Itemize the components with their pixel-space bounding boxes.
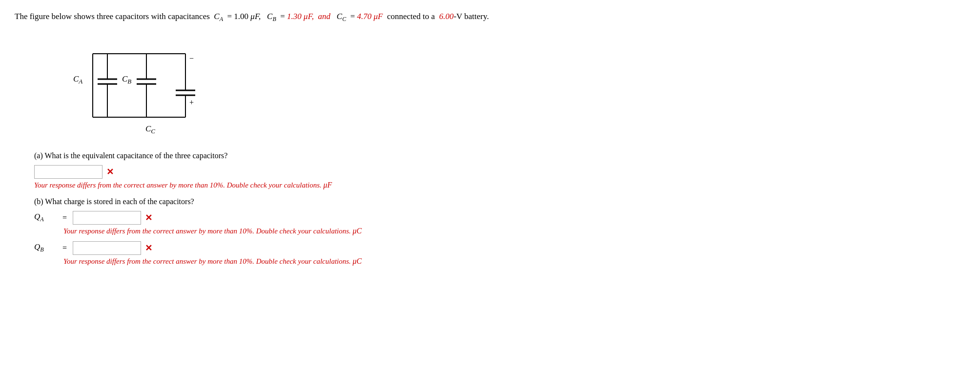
qb-x-mark: ✕	[145, 243, 152, 253]
cb-value: 1.30	[287, 12, 302, 21]
circuit-cc-label: CC	[145, 124, 155, 135]
problem-statement: The figure below shows three capacitors …	[15, 10, 965, 24]
qa-x-mark: ✕	[145, 212, 152, 223]
intro-text: The figure below shows three capacitors …	[15, 12, 210, 21]
circuit-diagram: CA CB CC	[54, 34, 210, 142]
cc-label: CC	[337, 12, 346, 21]
qa-input[interactable]	[73, 211, 141, 225]
battery-value: 6.00	[439, 12, 454, 21]
part-b-section: (b) What charge is stored in each of the…	[34, 197, 965, 266]
qa-input-row: QA = ✕	[34, 211, 965, 225]
part-a-input-row: ✕	[34, 165, 965, 179]
circuit-ca-label: CA	[73, 74, 82, 85]
cb-unit: μF, and	[304, 12, 330, 21]
qb-error: Your response differs from the correct a…	[63, 257, 965, 266]
battery-unit: -V battery.	[453, 12, 489, 21]
ca-value: 1.00	[234, 12, 248, 21]
part-a-x-mark: ✕	[106, 167, 114, 177]
svg-text:+: +	[189, 98, 194, 106]
cc-value: 4.70	[357, 12, 372, 21]
cc-unit: μF	[374, 12, 383, 21]
qb-input[interactable]	[73, 241, 141, 255]
ca-unit: μF,	[250, 12, 261, 21]
part-a-input[interactable]	[34, 165, 102, 179]
circuit-svg: − +	[54, 34, 210, 142]
qb-equals: =	[62, 244, 67, 252]
qb-label: QB	[34, 242, 59, 253]
ca-label: CA	[214, 12, 223, 21]
part-a-question: (a) What is the equivalent capacitance o…	[34, 151, 965, 160]
qb-input-row: QB = ✕	[34, 241, 965, 255]
cb-label: CB	[267, 12, 276, 21]
qa-error: Your response differs from the correct a…	[63, 227, 965, 235]
circuit-cb-label: CB	[122, 74, 131, 85]
part-a-error: Your response differs from the correct a…	[34, 181, 965, 189]
svg-text:−: −	[189, 54, 194, 63]
part-a-section: (a) What is the equivalent capacitance o…	[34, 151, 965, 189]
qa-equals: =	[62, 213, 67, 222]
part-b-question: (b) What charge is stored in each of the…	[34, 197, 965, 206]
qa-label: QA	[34, 212, 59, 223]
battery-text: connected to a	[387, 12, 435, 21]
